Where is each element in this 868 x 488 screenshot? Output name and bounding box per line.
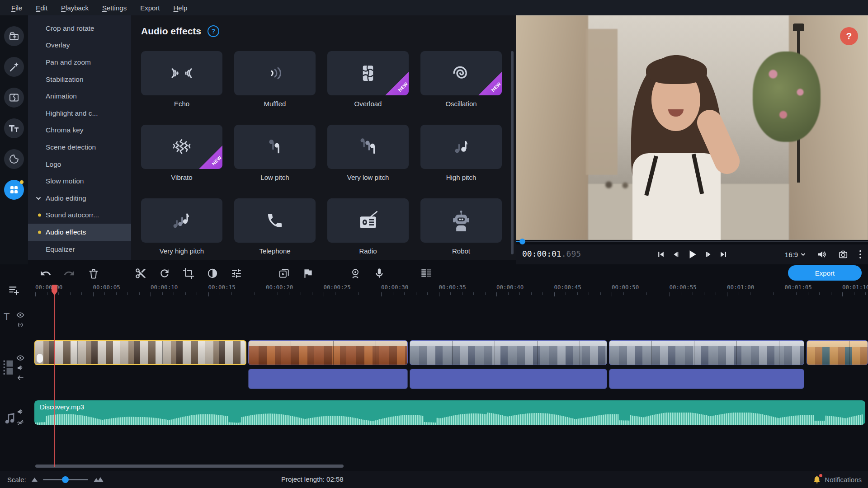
effect-tile-radio[interactable]: Radio (327, 198, 409, 255)
linked-audio-bar-3[interactable] (609, 369, 804, 389)
properties-button[interactable] (231, 267, 242, 279)
sidebar-item-audio-effects[interactable]: Audio effects (28, 224, 131, 241)
very-low-pitch-icon (356, 137, 380, 157)
import-media-button[interactable] (4, 26, 24, 46)
menu-export[interactable]: Export (133, 2, 166, 14)
filters-button[interactable] (4, 57, 24, 77)
seek-knob[interactable] (519, 239, 525, 244)
ruler-tick (785, 292, 785, 296)
effect-tile-echo[interactable]: Echo (141, 51, 222, 108)
scene-detection-button[interactable] (278, 267, 290, 279)
ruler-tick (566, 292, 566, 295)
scale-slider-knob[interactable] (62, 476, 69, 483)
sidebar-item-crop-and-rotate[interactable]: Crop and rotate (28, 20, 131, 37)
video-track-back-icon[interactable] (16, 374, 24, 382)
export-button[interactable]: Export (788, 265, 862, 281)
delete-button[interactable] (88, 267, 99, 279)
help-button[interactable]: ? (840, 27, 858, 45)
snapshot-icon[interactable] (838, 249, 848, 259)
transitions-button[interactable] (4, 88, 24, 108)
notifications-button[interactable]: Notifications (813, 471, 862, 488)
video-clip-4[interactable] (609, 340, 804, 365)
effect-tile-vibrato[interactable]: NEWVibrato (141, 125, 222, 182)
sidebar-item-logo[interactable]: Logo (28, 156, 131, 173)
skip-start-button[interactable] (656, 250, 665, 259)
help-icon[interactable]: ? (208, 25, 219, 37)
playhead-line[interactable] (54, 290, 55, 467)
menu-playback[interactable]: Playback (54, 2, 95, 14)
color-adjust-button[interactable] (207, 267, 218, 279)
titles-button[interactable] (4, 118, 24, 138)
video-clip-5[interactable] (807, 340, 868, 365)
preview-frame (516, 15, 868, 240)
stickers-button[interactable] (4, 149, 24, 169)
effect-tile-very-high-pitch[interactable]: Very high pitch (141, 198, 222, 255)
video-track-mute-icon[interactable] (16, 364, 24, 372)
split-button[interactable] (135, 267, 146, 279)
timeline-ruler[interactable]: 00:00:0000:00:0500:00:1000:00:1500:00:20… (0, 282, 868, 297)
video-clip-1-selected[interactable] (34, 340, 246, 365)
effect-tile-robot[interactable]: Robot (420, 198, 502, 255)
zoom-out-icon[interactable] (32, 478, 38, 482)
sidebar-item-pan-and-zoom[interactable]: Pan and zoom (28, 54, 131, 71)
video-track-visibility-icon[interactable] (16, 354, 24, 362)
previous-frame-button[interactable] (672, 250, 680, 258)
add-track-icon[interactable] (8, 285, 20, 296)
timeline-view-button[interactable] (420, 267, 433, 279)
effect-tile-very-low-pitch[interactable]: Very low pitch (327, 125, 409, 182)
sidebar-item-overlay[interactable]: Overlay (28, 37, 131, 54)
undo-button[interactable] (40, 267, 52, 279)
redo-button[interactable] (63, 267, 75, 279)
effect-tile-muffled[interactable]: Muffled (234, 51, 316, 108)
effect-tile-high-pitch[interactable]: High pitch (420, 125, 502, 182)
menu-settings[interactable]: Settings (95, 2, 133, 14)
video-clip-3[interactable] (410, 340, 607, 365)
title-track-link-icon[interactable] (16, 321, 24, 329)
title-track-visibility-icon[interactable] (16, 311, 24, 319)
sidebar-item-stabilization[interactable]: Stabilization (28, 71, 131, 88)
audio-track-mute-icon[interactable] (16, 408, 24, 416)
skip-end-button[interactable] (719, 250, 728, 259)
menu-edit[interactable]: Edit (29, 2, 54, 14)
audio-track-sync-off-icon[interactable] (16, 418, 24, 427)
sidebar-item-equalizer[interactable]: Equalizer (28, 241, 131, 258)
menu-file[interactable]: File (5, 2, 29, 14)
play-button[interactable] (686, 249, 698, 260)
marker-flag-button[interactable] (302, 267, 314, 279)
new-ribbon: NEW (478, 72, 502, 95)
aspect-ratio-dropdown[interactable]: 16:9 (785, 251, 806, 258)
effect-tile-overload[interactable]: NEWOverload (327, 51, 409, 108)
timeline-scrollbar[interactable] (35, 465, 344, 468)
volume-icon[interactable] (816, 249, 827, 260)
video-clip-2[interactable] (248, 340, 408, 365)
effect-tile-telephone[interactable]: Telephone (234, 198, 316, 255)
seek-bar[interactable] (516, 241, 868, 242)
sidebar-item-scene-detection[interactable]: Scene detection (28, 139, 131, 156)
scale-slider[interactable] (43, 479, 88, 480)
radio-icon (356, 210, 380, 231)
sidebar-group-audio-editing[interactable]: Audio editing (28, 190, 131, 207)
linked-audio-bar-1[interactable] (248, 369, 408, 389)
crop-button[interactable] (183, 267, 194, 279)
timecode-ms: .695 (561, 249, 581, 258)
sidebar-item-highlight-and-c[interactable]: Highlight and c... (28, 105, 131, 122)
effect-tile-low-pitch[interactable]: Low pitch (234, 125, 316, 182)
more-tools-button[interactable] (4, 180, 24, 200)
effects-scrollbar[interactable] (511, 51, 514, 254)
effect-tile-oscillation[interactable]: NEWOscillation (420, 51, 502, 108)
rotate-button[interactable] (159, 267, 170, 279)
webcam-button[interactable] (349, 267, 361, 279)
kebab-menu-icon[interactable] (859, 249, 862, 259)
sidebar-item-slow-motion[interactable]: Slow motion (28, 173, 131, 190)
sidebar-item-chroma-key[interactable]: Chroma key (28, 122, 131, 139)
linked-audio-bar-2[interactable] (410, 369, 607, 389)
zoom-in-icon[interactable] (94, 477, 104, 482)
sidebar-item-animation[interactable]: Animation (28, 88, 131, 105)
audio-clip[interactable]: Discovery.mp3 (34, 400, 865, 425)
next-frame-button[interactable] (704, 250, 712, 258)
record-audio-button[interactable] (373, 267, 385, 279)
sidebar-item-sound-autocorr[interactable]: Sound autocorr... (28, 207, 131, 224)
ruler-tick (462, 292, 462, 295)
menu-help[interactable]: Help (167, 2, 194, 14)
ruler-tick (370, 292, 370, 295)
